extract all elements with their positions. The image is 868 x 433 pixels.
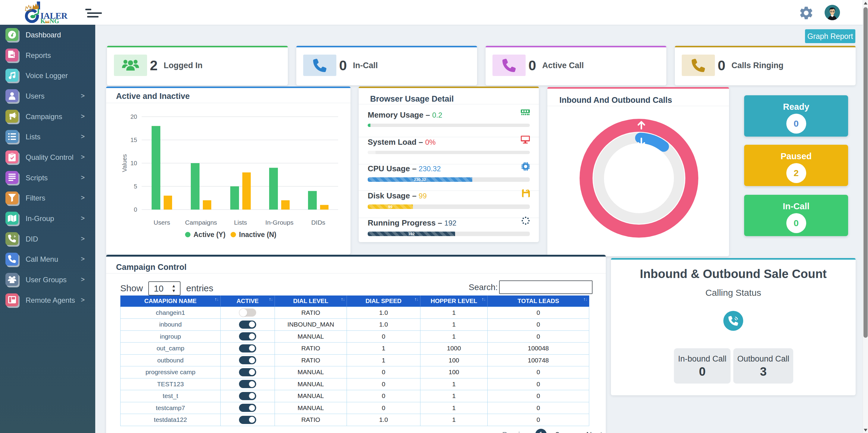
svg-text:In-Groups: In-Groups <box>265 219 293 226</box>
svg-text:15: 15 <box>130 137 137 143</box>
svg-text:Lists: Lists <box>234 219 247 226</box>
svg-text:0: 0 <box>134 206 137 213</box>
svg-text:20: 20 <box>130 113 137 120</box>
svg-text:DIDs: DIDs <box>311 219 326 226</box>
svg-text:Inactive (N): Inactive (N) <box>239 231 276 238</box>
svg-text:Users: Users <box>154 219 170 226</box>
svg-text:Campaigns: Campaigns <box>185 219 217 226</box>
svg-text:NG: NG <box>50 18 59 24</box>
svg-text:5: 5 <box>134 183 137 190</box>
svg-text:Values: Values <box>121 154 128 172</box>
svg-text:K: K <box>40 18 45 24</box>
svg-text:Active (Y): Active (Y) <box>193 231 225 238</box>
svg-text:10: 10 <box>130 160 137 167</box>
